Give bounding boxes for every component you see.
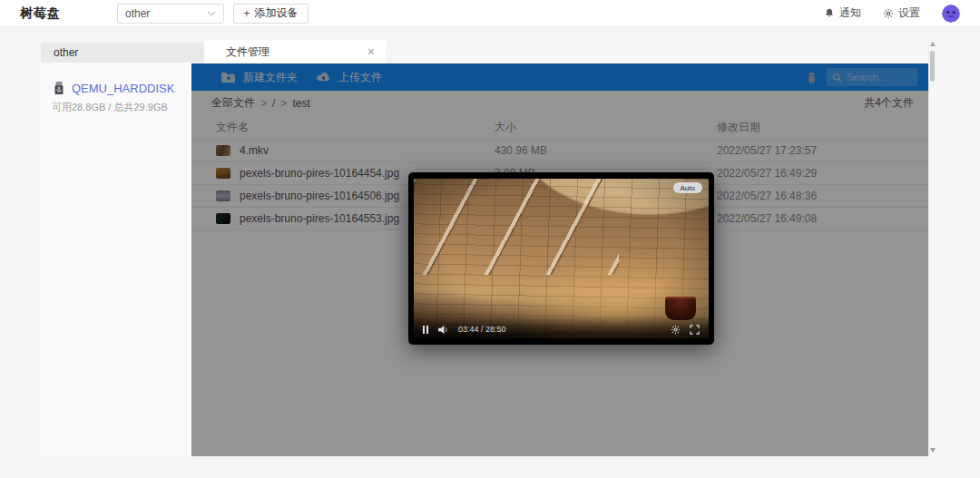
close-icon[interactable]: × xyxy=(368,45,375,58)
quality-selector[interactable]: Auto xyxy=(673,182,702,193)
device-sidebar: QEMU_HARDDISK 可用28.8GB / 总共29.9GB xyxy=(41,63,191,456)
add-device-button[interactable]: + 添加设备 xyxy=(233,4,309,24)
sidebar-tab-label: other xyxy=(54,46,78,59)
scroll-up-arrow-icon[interactable] xyxy=(930,42,936,46)
vertical-scrollbar[interactable] xyxy=(928,38,936,456)
player-controls: 03:44 / 28:50 xyxy=(414,317,709,338)
disk-item[interactable]: QEMU_HARDDISK 可用28.8GB / 总共29.9GB xyxy=(41,63,191,132)
disk-name: QEMU_HARDDISK xyxy=(72,82,174,95)
add-device-label: 添加设备 xyxy=(255,5,299,21)
file-manager-panel: 新建文件夹 上传文件 全部文件 > / > test 共4个文件 文件名 大小 xyxy=(191,63,928,456)
video-frame: Auto 03:44 / 28:50 xyxy=(414,179,709,338)
fullscreen-icon[interactable] xyxy=(690,325,700,335)
tab-file-manager-label: 文件管理 xyxy=(226,44,368,60)
playback-time: 03:44 / 28:50 xyxy=(458,325,506,334)
sidebar-tab-other[interactable]: other xyxy=(41,43,204,63)
settings-button[interactable]: 设置 xyxy=(883,5,920,21)
video-player[interactable]: Auto 03:44 / 28:50 xyxy=(408,172,714,345)
chevron-down-icon xyxy=(207,11,216,16)
avatar-face-icon xyxy=(942,5,960,23)
usb-drive-icon xyxy=(52,81,66,95)
quality-label: Auto xyxy=(681,184,695,192)
tab-file-manager[interactable]: 文件管理 × xyxy=(204,40,386,63)
volume-icon[interactable] xyxy=(437,325,449,335)
app-root: { "header": { "logo": "树莓盘", "device_sel… xyxy=(0,0,980,478)
settings-label: 设置 xyxy=(898,5,920,21)
scrollbar-thumb[interactable] xyxy=(930,51,935,82)
notifications-label: 通知 xyxy=(839,5,861,21)
app-logo: 树莓盘 xyxy=(20,5,61,22)
disk-capacity: 可用28.8GB / 总共29.9GB xyxy=(52,101,181,114)
user-avatar[interactable] xyxy=(942,5,960,23)
player-settings-icon[interactable] xyxy=(671,325,681,335)
gear-icon xyxy=(883,8,894,19)
device-select-value: other xyxy=(125,7,150,20)
device-select[interactable]: other xyxy=(117,4,224,24)
notifications-button[interactable]: 通知 xyxy=(824,5,861,21)
top-header: 树莓盘 other + 添加设备 通知 设置 xyxy=(0,0,980,27)
bell-icon xyxy=(824,7,835,19)
pause-icon[interactable] xyxy=(423,326,428,334)
video-frame-vignette xyxy=(414,179,709,338)
scroll-down-arrow-icon[interactable] xyxy=(930,448,936,453)
plus-icon: + xyxy=(243,7,250,19)
